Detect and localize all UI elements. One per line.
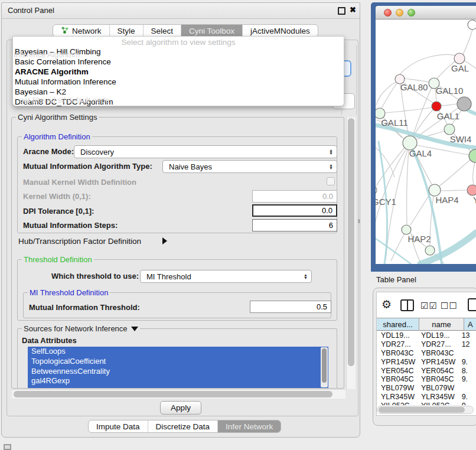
mi-threshold-field[interactable]: 0.5 [250, 301, 331, 313]
table-header-name[interactable]: name [419, 318, 464, 331]
gcy1-node[interactable] [376, 185, 377, 195]
minimize-traffic-light-icon[interactable] [396, 9, 403, 17]
green-bottom-node[interactable] [425, 246, 435, 255]
table-cell: 9. [459, 402, 476, 405]
table-cell: 8. [459, 367, 476, 375]
table-header-partial[interactable]: A [464, 318, 476, 331]
panel-splitter-handle[interactable] [358, 219, 360, 223]
close-traffic-light-icon[interactable] [384, 9, 392, 17]
pink-right-node[interactable] [467, 185, 476, 195]
data-attribute-item[interactable]: gal4RGexp [28, 376, 328, 386]
table-cell: YBR043C [377, 349, 417, 357]
kernel-width-field[interactable]: 0.0 [252, 190, 337, 203]
expand-arrow-icon[interactable] [162, 237, 167, 244]
data-attribute-item[interactable]: TopologicalCoefficient [28, 357, 328, 367]
network-edge [463, 30, 472, 54]
settings-vscrollbar-track[interactable] [346, 117, 356, 389]
table-cell: 9. [459, 375, 476, 383]
settings-vscrollbar-thumb[interactable] [348, 118, 354, 366]
network-icon [61, 26, 69, 36]
dpi-tolerance-field[interactable]: 0.0 [252, 204, 337, 217]
table-function-icon[interactable] [468, 298, 476, 311]
table-cell: YER054C [377, 367, 417, 375]
data-attribute-item[interactable]: BetweennessCentrality [28, 367, 328, 377]
gal-upper-node[interactable] [454, 53, 465, 64]
mi-algorithm-type-combobox[interactable]: Naive Bayes ▲▼ [162, 160, 337, 173]
gal1-node[interactable] [432, 102, 441, 111]
network-window-titlebar[interactable] [376, 6, 476, 19]
tab-infer-network[interactable]: Infer Network [217, 420, 281, 432]
data-attributes-list[interactable]: SelfLoopsTopologicalCoefficientBetweenne… [28, 347, 328, 388]
table-row[interactable]: YDL19...YDL19...13 [377, 331, 476, 340]
node-top-partial-node[interactable] [468, 20, 476, 30]
tab-label: Cyni Toolbox [189, 27, 234, 35]
algorithm-popup-item[interactable]: Mutual Information Inference [13, 77, 344, 87]
which-threshold-combobox[interactable]: MI Threshold ▲▼ [140, 270, 312, 283]
column-view-icon[interactable] [400, 299, 414, 311]
table-row[interactable]: YPR145WYPR145W9. [377, 357, 476, 366]
list-scrollbar-thumb[interactable] [322, 348, 327, 383]
tab-discretize-data[interactable]: Discretize Data [148, 420, 218, 432]
table-body[interactable]: YDL19...YDL19...13YDR27...YDR27...12YBR0… [377, 331, 476, 405]
zoom-traffic-light-icon[interactable] [407, 9, 415, 17]
tab-jactivemnodules[interactable]: jActiveMNodules [242, 25, 318, 37]
table-cell: 9. [459, 358, 476, 366]
gal-upper-label: GAL [451, 63, 469, 73]
collapse-arrow-icon[interactable] [131, 327, 138, 331]
settings-hscrollbar-track[interactable] [12, 389, 345, 399]
gal80-label: GAL80 [400, 82, 428, 92]
mi-steps-field[interactable]: 6 [252, 219, 337, 231]
dpi-tolerance-label: DPI Tolerance [0,1]: [23, 207, 94, 216]
hap4-label: HAP4 [435, 195, 458, 205]
table-row[interactable]: YER054CYER054C8. [377, 366, 476, 375]
table-row[interactable]: YIL052CYIL052C9. [377, 401, 476, 405]
manual-kernel-width-checkbox[interactable] [327, 177, 335, 185]
table-row[interactable]: YDR27...YDR27...12 [377, 340, 476, 349]
hap2-node[interactable] [402, 225, 411, 234]
control-panel-title: Control Panel [8, 6, 54, 15]
apply-button[interactable]: Apply [160, 401, 201, 415]
tab-impute-data[interactable]: Impute Data [89, 420, 148, 432]
table-row[interactable]: YBR045CYBR045C9. [377, 375, 476, 384]
tab-network[interactable]: Network [53, 25, 109, 37]
which-threshold-label: Which threshold to use: [51, 272, 139, 281]
sources-legend-text[interactable]: Sources for Network Inference [24, 324, 128, 333]
control-panel-titlebar[interactable]: Control Panel ✖ [2, 3, 360, 19]
table-row[interactable]: YBR043CYBR043C [377, 349, 476, 358]
float-window-icon[interactable] [338, 7, 345, 15]
tab-select[interactable]: Select [143, 25, 181, 37]
network-canvas[interactable]: GALGAL80GAL10GAL1GAL11SWI4GAL4GCY1HAP4YH… [376, 19, 476, 264]
select-all-checkboxes-icon[interactable]: ☑☑ [420, 301, 438, 310]
combo-arrows-icon: ▲▼ [325, 164, 337, 169]
network-edge [413, 87, 432, 136]
table-row[interactable]: YBL079WYBL079W [377, 384, 476, 393]
table-cell: YIL052C [417, 402, 459, 405]
table-row[interactable]: YLR345WYLR345W9. [377, 393, 476, 402]
tab-cyni-toolbox[interactable]: Cyni Toolbox [181, 25, 242, 37]
network-edge [400, 55, 458, 74]
table-cell: YER054C [417, 367, 459, 375]
network-edge-selected [412, 148, 442, 264]
network-edge [441, 104, 457, 106]
swi4-node[interactable] [444, 124, 455, 135]
collapsed-panel-icon[interactable] [4, 444, 11, 450]
mi-threshold-label: Mutual Information Threshold: [29, 303, 140, 312]
list-scrollbar-track[interactable] [321, 347, 328, 387]
table-hscrollbar-track[interactable] [377, 406, 474, 414]
mi-steps-label: Mutual Information Steps: [23, 221, 118, 230]
table-hscrollbar-thumb[interactable] [379, 407, 465, 413]
table-header-shared-name[interactable]: shared... [377, 318, 419, 331]
hap4-node[interactable] [429, 184, 441, 196]
network-edge [400, 84, 409, 136]
gray-node-node[interactable] [457, 97, 471, 111]
close-icon[interactable]: ✖ [350, 5, 356, 14]
settings-hscrollbar-thumb[interactable] [14, 391, 332, 397]
algorithm-popup-item[interactable]: ARACNE Algorithm [13, 67, 344, 77]
gear-icon[interactable]: ⚙ [382, 299, 392, 310]
deselect-all-checkboxes-icon[interactable]: ☐☐ [441, 301, 458, 310]
network-edge [410, 194, 430, 225]
aracne-mode-combobox[interactable]: Discovery ▲▼ [74, 145, 337, 158]
data-attribute-item[interactable]: SelfLoops [28, 347, 328, 357]
tab-style[interactable]: Style [109, 25, 143, 37]
hub-tf-definition-label[interactable]: Hub/Transcription Factor Definition [18, 237, 141, 246]
